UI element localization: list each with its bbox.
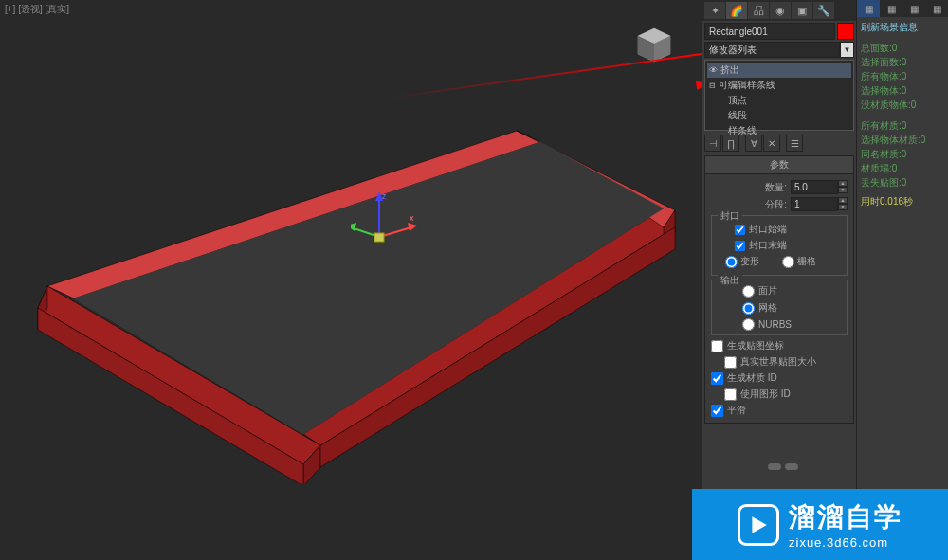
object-name-field[interactable] xyxy=(704,23,835,40)
modifier-stack[interactable]: 👁 挤出 ⊟ 可编辑样条线 顶点 线段 样条线 xyxy=(704,60,854,131)
stat-sel-obj-mat: 选择物体材质:0 xyxy=(861,134,944,147)
stack-toolbar: ⊣ ∏ ∀ ✕ ☰ xyxy=(704,133,854,154)
cap-start-checkbox[interactable] xyxy=(735,225,745,235)
hierarchy-tab-icon[interactable]: 品 xyxy=(748,2,769,19)
stats-tab-3-icon[interactable]: ▦ xyxy=(902,0,925,17)
stat-all-objects: 所有物体:0 xyxy=(861,70,944,83)
annotation-arrow xyxy=(387,53,702,99)
transform-gizmo[interactable]: z x y xyxy=(351,190,427,256)
checkbox-label: 生成材质 ID xyxy=(727,371,777,385)
radio-label: NURBS xyxy=(758,319,792,330)
modifier-list-dropdown[interactable] xyxy=(704,42,840,58)
group-label: 输出 xyxy=(718,274,742,287)
output-group: 输出 面片 网格 NURBS xyxy=(711,280,848,335)
cap-end-checkbox[interactable] xyxy=(735,241,745,251)
viewport-label[interactable]: [+] [透视] [真实] xyxy=(5,3,69,16)
checkbox-label: 使用图形 ID xyxy=(740,388,791,401)
stats-tab-2-icon[interactable]: ▦ xyxy=(880,0,902,17)
spinner-up-icon[interactable]: ▲ xyxy=(838,180,848,187)
create-tab-icon[interactable]: ✦ xyxy=(704,2,725,19)
watermark-title: 溜溜自学 xyxy=(789,499,902,535)
modify-panel: ✦ 🌈 品 ◉ ▣ 🔧 ▼ 👁 挤出 ⊟ 可编辑样条线 顶点 线段 样条线 ⊣ … xyxy=(702,0,856,560)
radio-label: 栅格 xyxy=(797,255,816,268)
stack-item-extrude[interactable]: 👁 挤出 xyxy=(707,63,851,78)
scene-stats-panel: ▦ ▦ ▦ ▦ 刷新场景信息 总面数:0 选择面数:0 所有物体:0 选择物体:… xyxy=(856,0,948,560)
remove-icon[interactable]: ✕ xyxy=(763,135,780,152)
stat-sel-faces: 选择面数:0 xyxy=(861,56,944,69)
nurbs-radio[interactable] xyxy=(742,318,755,331)
stat-same-mat: 同名材质:0 xyxy=(861,148,944,161)
svg-rect-6 xyxy=(374,233,384,242)
object-color-swatch[interactable] xyxy=(837,23,854,40)
unique-icon[interactable]: ∀ xyxy=(745,135,762,152)
stack-sub-segment[interactable]: 线段 xyxy=(707,108,851,123)
motion-tab-icon[interactable]: ◉ xyxy=(770,2,791,19)
segments-input[interactable] xyxy=(791,197,838,211)
gen-mapping-checkbox[interactable] xyxy=(711,340,723,352)
stats-tab-4-icon[interactable]: ▦ xyxy=(925,0,948,17)
expand-icon[interactable]: ⊟ xyxy=(709,81,717,90)
capping-group: 封口 封口始端 封口末端 变形 栅格 xyxy=(711,215,848,276)
configure-icon[interactable]: ☰ xyxy=(786,135,803,152)
command-panel-tabs: ✦ 🌈 品 ◉ ▣ 🔧 xyxy=(702,0,856,21)
checkbox-label: 封口末端 xyxy=(749,239,787,252)
panel-resize-handle[interactable] xyxy=(768,463,798,470)
visibility-icon[interactable]: 👁 xyxy=(709,65,719,75)
patch-radio[interactable] xyxy=(742,285,755,298)
spinner-down-icon[interactable]: ▼ xyxy=(838,187,848,193)
watermark-url: zixue.3d66.com xyxy=(789,535,902,550)
real-world-checkbox[interactable] xyxy=(724,356,737,369)
chevron-down-icon[interactable]: ▼ xyxy=(840,42,854,58)
stat-time: 用时0.016秒 xyxy=(861,195,944,208)
checkbox-label: 生成贴图坐标 xyxy=(727,339,784,352)
svg-marker-3 xyxy=(408,223,417,231)
utilities-tab-icon[interactable]: 🔧 xyxy=(813,2,834,19)
stack-item-label: 挤出 xyxy=(720,63,739,77)
stat-nomat-objects: 没材质物体:0 xyxy=(861,99,944,112)
stats-tab-1-icon[interactable]: ▦ xyxy=(857,0,880,17)
grid-radio[interactable] xyxy=(782,256,794,268)
watermark-banner: 溜溜自学 zixue.3d66.com xyxy=(692,489,948,560)
spinner-down-icon[interactable]: ▼ xyxy=(838,204,848,210)
checkbox-label: 真实世界贴图大小 xyxy=(740,355,816,369)
amount-label: 数量: xyxy=(765,181,787,194)
stat-miss-map: 丢失贴图:0 xyxy=(861,176,944,190)
morph-radio[interactable] xyxy=(725,256,738,268)
rollout-header[interactable]: 参数 xyxy=(705,156,853,174)
z-axis-label: z xyxy=(382,191,387,201)
rectangle-3d-model xyxy=(19,123,692,483)
refresh-scene-link[interactable]: 刷新场景信息 xyxy=(861,21,944,34)
group-label: 封口 xyxy=(718,209,742,223)
gen-material-checkbox[interactable] xyxy=(711,372,723,385)
svg-marker-7 xyxy=(752,516,766,533)
amount-input[interactable] xyxy=(791,180,838,194)
show-result-icon[interactable]: ∏ xyxy=(722,135,739,152)
radio-label: 面片 xyxy=(758,284,777,298)
stack-item-label: 可编辑样条线 xyxy=(719,79,775,92)
modify-tab-icon[interactable]: 🌈 xyxy=(726,2,747,19)
spinner-up-icon[interactable]: ▲ xyxy=(838,197,848,204)
radio-label: 变形 xyxy=(740,255,759,268)
checkbox-label: 平滑 xyxy=(727,404,746,417)
stack-item-editable-spline[interactable]: ⊟ 可编辑样条线 xyxy=(707,78,851,93)
checkbox-label: 封口始端 xyxy=(749,223,787,236)
stat-all-materials: 所有材质:0 xyxy=(861,119,944,133)
segments-label: 分段: xyxy=(765,198,787,211)
pin-stack-icon[interactable]: ⊣ xyxy=(704,135,721,152)
display-tab-icon[interactable]: ▣ xyxy=(792,2,812,19)
radio-label: 网格 xyxy=(758,301,777,315)
use-shape-checkbox[interactable] xyxy=(724,388,737,401)
stat-sel-objects: 选择物体:0 xyxy=(861,84,944,98)
stat-mat-loss: 材质塌:0 xyxy=(861,162,944,175)
play-icon xyxy=(738,504,779,546)
stack-sub-vertex[interactable]: 顶点 xyxy=(707,93,851,108)
stat-total-faces: 总面数:0 xyxy=(861,42,944,55)
smooth-checkbox[interactable] xyxy=(711,405,723,417)
parameters-rollout: 参数 数量: ▲ ▼ 分段: ▲ ▼ xyxy=(704,155,854,424)
mesh-radio[interactable] xyxy=(742,302,755,315)
x-axis-label: x xyxy=(410,213,414,223)
viewport-3d[interactable]: [+] [透视] [真实] z xyxy=(0,0,702,560)
